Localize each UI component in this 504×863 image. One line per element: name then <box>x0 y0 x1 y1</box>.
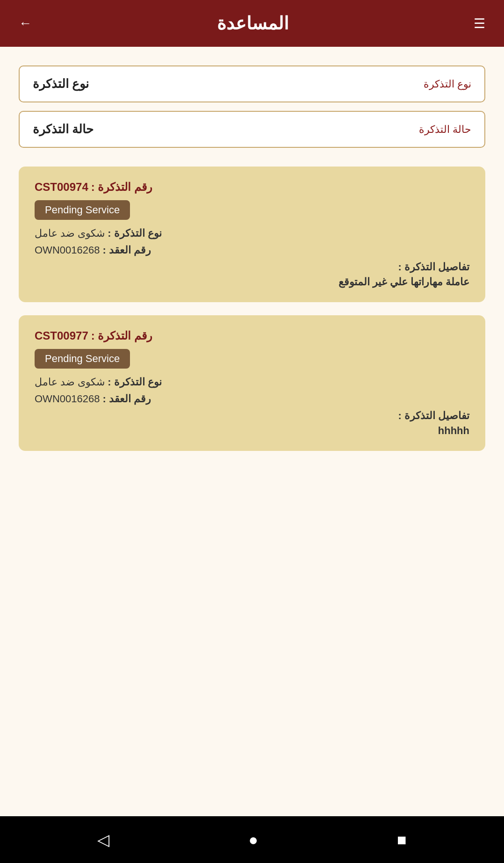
ticket-status-placeholder: حالة التذكرة <box>419 123 471 136</box>
ticket-1-header-row: رقم التذكرة : CST00974 <box>35 181 469 194</box>
ticket-2-badge-row: Pending Service <box>35 349 469 369</box>
ticket-2-type-label: نوع التذكرة : <box>108 376 162 388</box>
ticket-1-number-label: رقم التذكرة : <box>91 181 152 194</box>
ticket-1-status-badge: Pending Service <box>35 200 130 220</box>
ticket-status-label: حالة التذكرة <box>33 122 94 137</box>
ticket-type-filter[interactable]: نوع التذكرة نوع التذكرة <box>19 65 485 102</box>
ticket-2-number-value: CST00977 <box>35 329 88 342</box>
ticket-1-number-value: CST00974 <box>35 181 88 194</box>
app-header: ← المساعدة ☰ <box>0 0 504 47</box>
menu-icon[interactable]: ☰ <box>474 16 485 31</box>
ticket-card-2[interactable]: رقم التذكرة : CST00977 Pending Service ن… <box>19 315 485 451</box>
main-content: نوع التذكرة نوع التذكرة حالة التذكرة حال… <box>0 47 504 816</box>
bottom-nav: ◁ ● ■ <box>0 816 504 863</box>
ticket-2-status-badge: Pending Service <box>35 349 130 369</box>
ticket-1-contract-label: رقم العقد : <box>102 244 151 256</box>
ticket-1-badge-row: Pending Service <box>35 200 469 220</box>
nav-recent-icon[interactable]: ■ <box>397 831 407 849</box>
back-icon[interactable]: ← <box>19 16 32 31</box>
ticket-2-contract-value: OWN0016268 <box>35 393 100 405</box>
ticket-1-type-value: شكوى ضد عامل <box>35 227 105 239</box>
nav-back-icon[interactable]: ◁ <box>97 830 109 849</box>
ticket-2-type-row: نوع التذكرة : شكوى ضد عامل <box>35 376 469 388</box>
page-title: المساعدة <box>217 13 289 34</box>
ticket-type-label: نوع التذكرة <box>33 77 89 91</box>
ticket-1-type-label: نوع التذكرة : <box>108 227 162 239</box>
ticket-1-contract-value: OWN0016268 <box>35 244 100 256</box>
ticket-2-contract-label: رقم العقد : <box>102 393 151 405</box>
ticket-2-number-label: رقم التذكرة : <box>91 329 152 342</box>
ticket-2-contract-row: رقم العقد : OWN0016268 <box>35 393 469 405</box>
tickets-list: رقم التذكرة : CST00974 Pending Service ن… <box>19 167 485 451</box>
nav-home-icon[interactable]: ● <box>248 831 258 849</box>
ticket-1-type-row: نوع التذكرة : شكوى ضد عامل <box>35 227 469 239</box>
ticket-status-filter[interactable]: حالة التذكرة حالة التذكرة <box>19 111 485 148</box>
ticket-card-1[interactable]: رقم التذكرة : CST00974 Pending Service ن… <box>19 167 485 302</box>
ticket-2-details-value: hhhhh <box>35 425 469 437</box>
ticket-1-contract-row: رقم العقد : OWN0016268 <box>35 244 469 256</box>
ticket-2-header-row: رقم التذكرة : CST00977 <box>35 329 469 342</box>
ticket-1-details-label: تفاصيل التذكرة : <box>35 261 469 273</box>
ticket-2-type-value: شكوى ضد عامل <box>35 376 105 388</box>
ticket-2-details-label: تفاصيل التذكرة : <box>35 410 469 422</box>
filter-section: نوع التذكرة نوع التذكرة حالة التذكرة حال… <box>19 65 485 148</box>
ticket-1-details-value: عاملة مهاراتها علي غير المتوقع <box>35 276 469 288</box>
ticket-type-placeholder: نوع التذكرة <box>424 78 471 90</box>
